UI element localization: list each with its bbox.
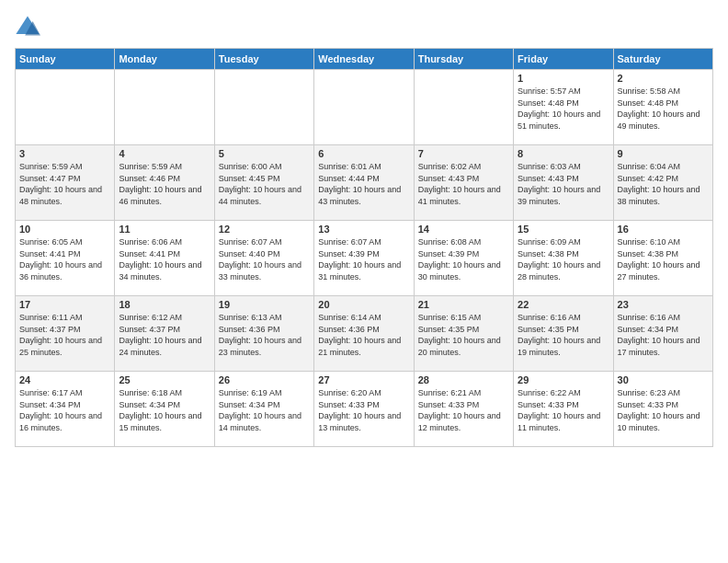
day-cell: 15Sunrise: 6:09 AMSunset: 4:38 PMDayligh… — [514, 221, 613, 296]
day-info: Sunrise: 6:10 AMSunset: 4:38 PMDaylight:… — [618, 236, 709, 282]
day-cell: 19Sunrise: 6:13 AMSunset: 4:36 PMDayligh… — [214, 296, 313, 372]
day-cell: 22Sunrise: 6:16 AMSunset: 4:35 PMDayligh… — [514, 296, 613, 372]
logo-icon — [15, 15, 40, 40]
day-cell — [16, 70, 115, 145]
day-number: 23 — [618, 299, 709, 310]
day-number: 3 — [19, 148, 110, 159]
day-info: Sunrise: 6:15 AMSunset: 4:35 PMDaylight:… — [418, 312, 509, 358]
day-cell: 29Sunrise: 6:22 AMSunset: 4:33 PMDayligh… — [514, 372, 613, 447]
day-cell: 5Sunrise: 6:00 AMSunset: 4:45 PMDaylight… — [214, 145, 313, 221]
day-info: Sunrise: 5:57 AMSunset: 4:48 PMDaylight:… — [518, 86, 609, 132]
day-info: Sunrise: 6:18 AMSunset: 4:34 PMDaylight:… — [119, 387, 210, 433]
day-info: Sunrise: 6:06 AMSunset: 4:41 PMDaylight:… — [119, 236, 210, 282]
day-cell: 17Sunrise: 6:11 AMSunset: 4:37 PMDayligh… — [16, 296, 115, 372]
day-number: 9 — [618, 148, 709, 159]
day-info: Sunrise: 6:22 AMSunset: 4:33 PMDaylight:… — [518, 387, 609, 433]
col-header-saturday: Saturday — [613, 49, 712, 70]
day-info: Sunrise: 6:08 AMSunset: 4:39 PMDaylight:… — [418, 236, 509, 282]
day-cell — [314, 70, 414, 145]
day-number: 8 — [518, 148, 609, 159]
calendar-table: SundayMondayTuesdayWednesdayThursdayFrid… — [15, 48, 713, 447]
day-number: 27 — [318, 374, 409, 385]
day-number: 7 — [418, 148, 509, 159]
day-info: Sunrise: 6:05 AMSunset: 4:41 PMDaylight:… — [19, 236, 110, 282]
day-number: 25 — [119, 374, 210, 385]
day-cell: 13Sunrise: 6:07 AMSunset: 4:39 PMDayligh… — [314, 221, 414, 296]
day-cell: 16Sunrise: 6:10 AMSunset: 4:38 PMDayligh… — [613, 221, 712, 296]
day-number: 11 — [119, 224, 210, 235]
day-info: Sunrise: 6:17 AMSunset: 4:34 PMDaylight:… — [19, 387, 110, 433]
day-info: Sunrise: 6:13 AMSunset: 4:36 PMDaylight:… — [219, 312, 310, 358]
page: SundayMondayTuesdayWednesdayThursdayFrid… — [0, 0, 728, 563]
day-info: Sunrise: 6:23 AMSunset: 4:33 PMDaylight:… — [618, 387, 709, 433]
day-number: 24 — [19, 374, 110, 385]
col-header-thursday: Thursday — [414, 49, 513, 70]
day-number: 26 — [219, 374, 310, 385]
day-cell: 14Sunrise: 6:08 AMSunset: 4:39 PMDayligh… — [414, 221, 513, 296]
day-info: Sunrise: 6:07 AMSunset: 4:40 PMDaylight:… — [219, 236, 310, 282]
col-header-monday: Monday — [115, 49, 214, 70]
day-number: 15 — [518, 224, 609, 235]
week-row-2: 3Sunrise: 5:59 AMSunset: 4:47 PMDaylight… — [16, 145, 713, 221]
day-info: Sunrise: 6:04 AMSunset: 4:42 PMDaylight:… — [618, 161, 709, 207]
day-number: 12 — [219, 224, 310, 235]
col-header-tuesday: Tuesday — [214, 49, 313, 70]
day-number: 4 — [119, 148, 210, 159]
day-number: 20 — [318, 299, 409, 310]
day-info: Sunrise: 6:07 AMSunset: 4:39 PMDaylight:… — [318, 236, 409, 282]
day-cell — [414, 70, 513, 145]
day-cell: 10Sunrise: 6:05 AMSunset: 4:41 PMDayligh… — [16, 221, 115, 296]
day-cell: 11Sunrise: 6:06 AMSunset: 4:41 PMDayligh… — [115, 221, 214, 296]
day-number: 17 — [19, 299, 110, 310]
day-cell: 20Sunrise: 6:14 AMSunset: 4:36 PMDayligh… — [314, 296, 414, 372]
day-info: Sunrise: 6:14 AMSunset: 4:36 PMDaylight:… — [318, 312, 409, 358]
day-cell: 23Sunrise: 6:16 AMSunset: 4:34 PMDayligh… — [613, 296, 712, 372]
day-cell: 24Sunrise: 6:17 AMSunset: 4:34 PMDayligh… — [16, 372, 115, 447]
header-row: SundayMondayTuesdayWednesdayThursdayFrid… — [16, 49, 713, 70]
day-number: 21 — [418, 299, 509, 310]
day-number: 6 — [318, 148, 409, 159]
day-number: 22 — [518, 299, 609, 310]
header — [15, 15, 713, 40]
day-cell: 25Sunrise: 6:18 AMSunset: 4:34 PMDayligh… — [115, 372, 214, 447]
col-header-sunday: Sunday — [16, 49, 115, 70]
day-number: 10 — [19, 224, 110, 235]
day-info: Sunrise: 6:20 AMSunset: 4:33 PMDaylight:… — [318, 387, 409, 433]
logo — [15, 15, 44, 40]
day-number: 2 — [618, 73, 709, 84]
day-cell: 2Sunrise: 5:58 AMSunset: 4:48 PMDaylight… — [613, 70, 712, 145]
col-header-wednesday: Wednesday — [314, 49, 414, 70]
day-cell: 9Sunrise: 6:04 AMSunset: 4:42 PMDaylight… — [613, 145, 712, 221]
day-cell — [115, 70, 214, 145]
day-info: Sunrise: 6:00 AMSunset: 4:45 PMDaylight:… — [219, 161, 310, 207]
week-row-5: 24Sunrise: 6:17 AMSunset: 4:34 PMDayligh… — [16, 372, 713, 447]
day-number: 19 — [219, 299, 310, 310]
week-row-3: 10Sunrise: 6:05 AMSunset: 4:41 PMDayligh… — [16, 221, 713, 296]
day-number: 30 — [618, 374, 709, 385]
day-cell: 8Sunrise: 6:03 AMSunset: 4:43 PMDaylight… — [514, 145, 613, 221]
day-number: 14 — [418, 224, 509, 235]
day-info: Sunrise: 6:03 AMSunset: 4:43 PMDaylight:… — [518, 161, 609, 207]
day-cell: 7Sunrise: 6:02 AMSunset: 4:43 PMDaylight… — [414, 145, 513, 221]
day-cell — [214, 70, 313, 145]
day-info: Sunrise: 6:01 AMSunset: 4:44 PMDaylight:… — [318, 161, 409, 207]
day-number: 5 — [219, 148, 310, 159]
day-info: Sunrise: 5:59 AMSunset: 4:47 PMDaylight:… — [19, 161, 110, 207]
day-info: Sunrise: 6:12 AMSunset: 4:37 PMDaylight:… — [119, 312, 210, 358]
day-cell: 3Sunrise: 5:59 AMSunset: 4:47 PMDaylight… — [16, 145, 115, 221]
day-cell: 28Sunrise: 6:21 AMSunset: 4:33 PMDayligh… — [414, 372, 513, 447]
day-number: 1 — [518, 73, 609, 84]
day-info: Sunrise: 6:16 AMSunset: 4:34 PMDaylight:… — [618, 312, 709, 358]
day-number: 13 — [318, 224, 409, 235]
day-info: Sunrise: 6:02 AMSunset: 4:43 PMDaylight:… — [418, 161, 509, 207]
day-cell: 30Sunrise: 6:23 AMSunset: 4:33 PMDayligh… — [613, 372, 712, 447]
day-cell: 12Sunrise: 6:07 AMSunset: 4:40 PMDayligh… — [214, 221, 313, 296]
day-cell: 26Sunrise: 6:19 AMSunset: 4:34 PMDayligh… — [214, 372, 313, 447]
col-header-friday: Friday — [514, 49, 613, 70]
day-number: 18 — [119, 299, 210, 310]
day-info: Sunrise: 6:19 AMSunset: 4:34 PMDaylight:… — [219, 387, 310, 433]
week-row-4: 17Sunrise: 6:11 AMSunset: 4:37 PMDayligh… — [16, 296, 713, 372]
day-cell: 6Sunrise: 6:01 AMSunset: 4:44 PMDaylight… — [314, 145, 414, 221]
day-cell: 27Sunrise: 6:20 AMSunset: 4:33 PMDayligh… — [314, 372, 414, 447]
day-number: 28 — [418, 374, 509, 385]
